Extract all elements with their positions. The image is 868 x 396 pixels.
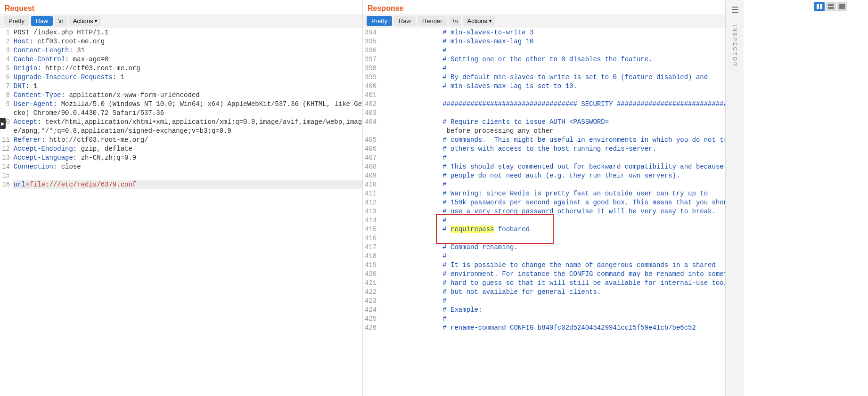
response-title: Response (368, 4, 403, 13)
request-line[interactable]: Upgrade-Insecure-Requests: 1 (13, 73, 362, 82)
response-line[interactable]: # hard to guess so that it will still be… (379, 279, 725, 288)
response-line[interactable] (379, 234, 725, 243)
response-line[interactable]: # (379, 64, 725, 73)
response-line[interactable]: ################################## SECUR… (379, 100, 725, 109)
request-line[interactable] (13, 171, 362, 180)
response-line[interactable]: # Setting one or the other to 0 disables… (379, 55, 725, 64)
response-line[interactable]: # min-slaves-to-write 3 (379, 28, 725, 37)
inspector-sidebar: ☰ INSPECTOR (726, 0, 744, 396)
hamburger-icon[interactable]: ☰ (731, 5, 739, 15)
response-line[interactable]: # commands. This might be useful in envi… (379, 136, 725, 145)
svg-rect-2 (828, 4, 834, 6)
tab-raw-resp[interactable]: Raw (394, 16, 416, 26)
response-line[interactable]: # 150k passwords per second against a go… (379, 198, 725, 207)
response-line[interactable]: # (379, 315, 725, 323)
request-line[interactable]: POST /index.php HTTP/1.1 (13, 28, 362, 37)
response-lines[interactable]: # min-slaves-to-write 3# min-slaves-max-… (379, 28, 725, 332)
response-toolbar: Pretty Raw Render \n Actions▾ (363, 14, 725, 28)
response-line[interactable]: # Warning: since Redis is pretty fast an… (379, 189, 725, 198)
request-line[interactable]: Accept-Language: zh-CN,zh;q=0.9 (13, 154, 362, 162)
response-line[interactable]: # others with access to the host running… (379, 145, 725, 154)
layout-toggle-group (814, 2, 847, 11)
toggle-newlines[interactable]: \n (55, 16, 67, 26)
tab-render-resp[interactable]: Render (418, 16, 447, 26)
actions-dropdown-resp[interactable]: Actions▾ (463, 16, 495, 26)
request-line[interactable]: Origin: http://ctf03.root-me.org (13, 64, 362, 73)
response-gutter: 3943953963973983994004014024034044054064… (363, 28, 379, 332)
response-line[interactable]: # but not available for general clients. (379, 288, 725, 297)
response-line[interactable]: # min-slaves-max-lag 10 (379, 37, 725, 46)
response-line[interactable]: # Require clients to issue AUTH <PASSWOR… (379, 118, 725, 127)
view-combined-button[interactable] (837, 2, 847, 11)
response-line[interactable]: # It is possible to change the name of d… (379, 261, 725, 270)
request-line[interactable]: Accept-Encoding: gzip, deflate (13, 145, 362, 154)
inspector-label[interactable]: INSPECTOR (732, 24, 738, 67)
response-line[interactable]: # use a very strong password otherwise i… (379, 207, 725, 216)
response-panel: Response Pretty Raw Render \n Actions▾ 3… (363, 0, 726, 396)
response-line[interactable]: # rename-command CONFIG b840fc02d5240454… (379, 323, 725, 332)
actions-dropdown[interactable]: Actions▾ (69, 16, 101, 26)
request-line[interactable]: User-Agent: Mozilla/5.0 (Windows NT 10.0… (13, 100, 362, 118)
chevron-down-icon: ▾ (95, 18, 97, 24)
response-line[interactable] (379, 91, 725, 100)
request-line[interactable]: Content-Type: application/x-www-form-url… (13, 91, 362, 100)
tab-pretty[interactable]: Pretty (4, 16, 29, 26)
response-line[interactable]: # min-slaves-max-lag is set to 10. (379, 82, 725, 91)
request-gutter: 12345678910111213141516 (0, 28, 13, 396)
svg-rect-1 (820, 4, 822, 9)
response-code-area[interactable]: 3943953963973983994004014024034044054064… (363, 28, 725, 332)
request-line[interactable]: Content-Length: 31 (13, 46, 362, 55)
chevron-down-icon: ▾ (489, 18, 491, 24)
tab-pretty-resp[interactable]: Pretty (367, 16, 392, 26)
request-line[interactable]: Referer: http://ctf03.root-me.org/ (13, 136, 362, 145)
response-line[interactable]: # environment. For instance the CONFIG c… (379, 270, 725, 279)
tab-raw[interactable]: Raw (31, 16, 53, 26)
side-expand-handle[interactable]: ▶ (0, 118, 6, 129)
request-panel: Request Pretty Raw \n Actions▾ 123456789… (0, 0, 363, 396)
response-line[interactable]: # Example: (379, 306, 725, 315)
request-line[interactable]: Cache-Control: max-age=0 (13, 55, 362, 64)
response-line[interactable]: # Command renaming. (379, 243, 725, 252)
request-title: Request (5, 4, 34, 13)
request-line[interactable]: url=file:///etc/redis/6379.conf (13, 180, 362, 189)
request-lines[interactable]: POST /index.php HTTP/1.1Host: ctf03.root… (13, 28, 362, 396)
svg-rect-3 (828, 7, 834, 9)
request-line[interactable]: Connection: close (13, 162, 362, 171)
request-code-area[interactable]: 12345678910111213141516 POST /index.php … (0, 28, 362, 396)
svg-rect-4 (839, 4, 845, 9)
request-line[interactable]: DNT: 1 (13, 82, 362, 91)
request-toolbar: Pretty Raw \n Actions▾ (0, 14, 362, 28)
request-line[interactable]: Host: ctf03.root-me.org (13, 37, 362, 46)
response-line[interactable]: # (379, 216, 725, 225)
response-line[interactable]: # This should stay commented out for bac… (379, 162, 725, 171)
view-columns-button[interactable] (814, 2, 825, 11)
svg-rect-0 (817, 4, 819, 9)
response-line[interactable]: # (379, 46, 725, 55)
response-line[interactable]: # (379, 252, 725, 261)
response-line[interactable]: # By default min-slaves-to-write is set … (379, 73, 725, 82)
response-line[interactable]: # people do not need auth (e.g. they run… (379, 171, 725, 180)
view-rows-button[interactable] (826, 2, 836, 11)
response-line[interactable]: before processing any other (379, 127, 725, 136)
request-line[interactable]: Accept: text/html,application/xhtml+xml,… (13, 118, 362, 136)
toggle-newlines-resp[interactable]: \n (449, 16, 462, 26)
response-line[interactable]: # (379, 154, 725, 162)
response-line[interactable] (379, 109, 725, 118)
response-line[interactable]: # requirepass foobared (379, 225, 725, 234)
response-line[interactable]: # (379, 180, 725, 189)
response-line[interactable]: # (379, 297, 725, 306)
